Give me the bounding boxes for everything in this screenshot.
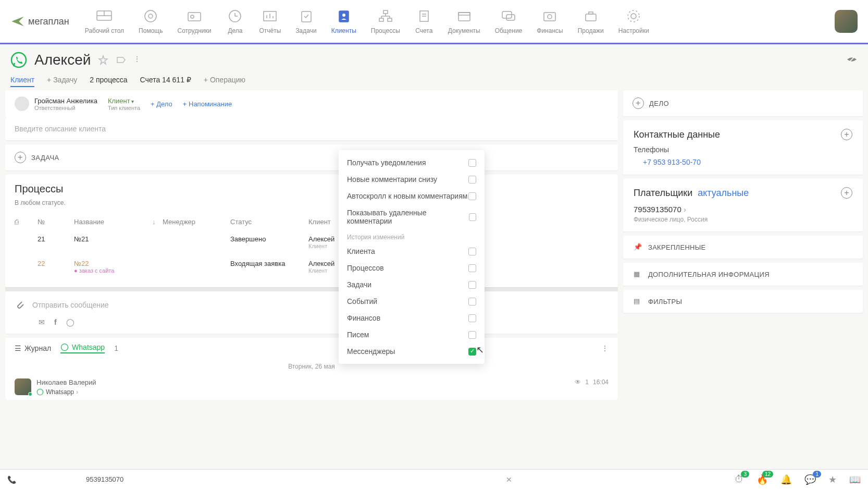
nav-finance[interactable]: Финансы bbox=[537, 8, 563, 34]
top-nav: мегаплан Рабочий стол Помощь Сотрудники … bbox=[0, 0, 868, 44]
cursor-icon: ↖ bbox=[476, 344, 484, 356]
task-section-head: + ЗАДАЧА bbox=[5, 144, 618, 170]
checkbox[interactable] bbox=[468, 281, 476, 289]
svg-rect-17 bbox=[383, 10, 388, 14]
visibility-icon[interactable] bbox=[846, 54, 858, 67]
star-icon[interactable] bbox=[98, 55, 108, 65]
tab-bills[interactable]: Счета 14 611 ₽ bbox=[140, 76, 191, 87]
tab-client[interactable]: Клиент bbox=[10, 76, 34, 87]
processes-title: Процессы bbox=[15, 183, 609, 195]
popup-option[interactable]: Получать уведомления bbox=[339, 154, 485, 171]
checkbox[interactable] bbox=[469, 213, 477, 221]
nav-desktop[interactable]: Рабочий стол bbox=[85, 8, 124, 34]
table-row[interactable]: 22 №22● заказ с сайта Входящая заявка Ал… bbox=[15, 254, 609, 279]
add-payer-icon[interactable]: + bbox=[841, 187, 852, 199]
popup-option[interactable]: Показывать удаленные комментарии bbox=[339, 204, 485, 229]
responsible-person[interactable]: Гройсман АнжеликаОтветственный bbox=[15, 96, 97, 111]
popup-option[interactable]: Финансов bbox=[339, 310, 485, 326]
views-icon: 👁 bbox=[575, 378, 581, 386]
popup-option[interactable]: Автоскролл к новым комментариям bbox=[339, 188, 485, 204]
add-deal-link[interactable]: + Дело bbox=[151, 100, 172, 108]
svg-point-3 bbox=[145, 10, 156, 22]
nav-deals[interactable]: Дела bbox=[226, 8, 244, 34]
popup-option[interactable]: Новые комментарии снизу bbox=[339, 171, 485, 188]
tab-processes[interactable]: 2 процесса bbox=[90, 76, 127, 87]
logo-icon bbox=[10, 14, 25, 29]
add-task-icon[interactable]: + bbox=[15, 152, 26, 163]
nav-reports[interactable]: Отчёты bbox=[259, 8, 281, 34]
svg-rect-19 bbox=[388, 18, 392, 21]
filters-section[interactable]: ▤ ФИЛЬТРЫ bbox=[623, 290, 863, 313]
nav-processes[interactable]: Процессы bbox=[371, 8, 400, 34]
nav-docs[interactable]: Документы bbox=[448, 8, 480, 34]
whatsapp-tab[interactable]: Whatsapp bbox=[60, 343, 105, 353]
popup-option[interactable]: Задачи bbox=[339, 276, 485, 293]
payer-link[interactable]: 79539135070 bbox=[634, 205, 852, 214]
extra-info-section[interactable]: ▦ ДОПОЛНИТЕЛЬНАЯ ИНФОРМАЦИЯ bbox=[623, 263, 863, 286]
journal-tab[interactable]: ☰Журнал bbox=[15, 344, 51, 352]
popup-option[interactable]: Писем bbox=[339, 326, 485, 343]
add-reminder-link[interactable]: + Напоминание bbox=[183, 100, 232, 108]
add-deal-icon[interactable]: + bbox=[633, 97, 644, 109]
nav-items: Рабочий стол Помощь Сотрудники Дела Отчё… bbox=[85, 8, 835, 34]
nav-employees[interactable]: Сотрудники bbox=[177, 8, 211, 34]
message-input[interactable]: Отправить сообщение bbox=[32, 301, 609, 309]
email-icon[interactable]: ✉ bbox=[39, 318, 45, 326]
nav-bills[interactable]: Счета bbox=[415, 8, 433, 34]
journal-menu-icon[interactable]: ⋮ bbox=[601, 344, 609, 352]
pinned-section[interactable]: 📌 ЗАКРЕПЛЕННЫЕ bbox=[623, 236, 863, 259]
tab-add-operation[interactable]: + Операцию bbox=[204, 76, 245, 87]
pin-icon: 📌 bbox=[634, 243, 642, 251]
checkbox[interactable] bbox=[468, 314, 476, 322]
logo[interactable]: мегаплан bbox=[10, 14, 69, 29]
message-author: Николаев Валерий bbox=[36, 378, 569, 386]
whatsapp-small-icon[interactable]: ◯ bbox=[66, 318, 75, 326]
nav-chat[interactable]: Общение bbox=[495, 8, 523, 34]
attach-icon[interactable] bbox=[15, 299, 25, 311]
user-avatar[interactable] bbox=[835, 10, 858, 33]
payers-section: Плательщики актуальные + 79539135070 Физ… bbox=[623, 179, 863, 231]
sort-icon[interactable]: ↓ bbox=[152, 218, 163, 226]
responsible-bar: Гройсман АнжеликаОтветственный Клиент Ти… bbox=[5, 90, 618, 117]
checkbox[interactable] bbox=[468, 248, 476, 255]
nav-help[interactable]: Помощь bbox=[139, 8, 163, 34]
checkbox[interactable] bbox=[468, 176, 476, 184]
nav-tasks[interactable]: Задачи bbox=[295, 8, 316, 34]
popup-option[interactable]: Событий bbox=[339, 293, 485, 310]
processes-status-filter[interactable]: В любом статусе. bbox=[15, 199, 609, 206]
table-row[interactable]: 21 №21 Завершено АлексейКлиент bbox=[15, 230, 609, 254]
checkbox[interactable] bbox=[468, 298, 476, 305]
svg-point-40 bbox=[37, 389, 43, 395]
popup-option-messengers[interactable]: Мессенджеры bbox=[339, 343, 485, 360]
checkbox[interactable] bbox=[468, 159, 476, 167]
whatsapp-icon bbox=[10, 52, 27, 68]
nav-sales[interactable]: Продажи bbox=[578, 8, 604, 34]
checkbox-checked[interactable] bbox=[468, 348, 476, 356]
info-icon: ▦ bbox=[634, 270, 642, 278]
message-item: Николаев Валерий Whatsapp› 👁 1 16:04 bbox=[5, 374, 618, 400]
deal-section[interactable]: + ДЕЛО bbox=[623, 90, 863, 116]
message-via[interactable]: Whatsapp› bbox=[36, 388, 569, 396]
nav-clients[interactable]: Клиенты bbox=[331, 8, 356, 34]
task-label: ЗАДАЧА bbox=[31, 154, 59, 162]
message-card: Отправить сообщение ✉ f ◯ bbox=[5, 291, 618, 334]
checkbox[interactable] bbox=[468, 192, 476, 200]
checkbox[interactable] bbox=[468, 264, 476, 272]
add-contact-icon[interactable]: + bbox=[841, 129, 852, 140]
phone-link[interactable]: +7 953 913-50-70 bbox=[643, 158, 701, 166]
popup-option[interactable]: Клиента bbox=[339, 243, 485, 260]
nav-settings[interactable]: Настройки bbox=[618, 8, 649, 34]
popup-option[interactable]: Процессов bbox=[339, 260, 485, 276]
tab-add-task[interactable]: + Задачу bbox=[47, 76, 77, 87]
col-config-icon[interactable]: ⎙ bbox=[15, 218, 38, 226]
client-type[interactable]: Клиент Тип клиента bbox=[108, 97, 140, 111]
tag-icon[interactable] bbox=[116, 55, 126, 65]
message-avatar[interactable] bbox=[15, 378, 31, 395]
payers-filter[interactable]: актуальные bbox=[698, 188, 749, 199]
client-tabs: Клиент + Задачу 2 процесса Счета 14 611 … bbox=[0, 76, 868, 90]
facebook-icon[interactable]: f bbox=[54, 318, 57, 326]
checkbox[interactable] bbox=[468, 331, 476, 339]
table-header: ⎙ № Название ↓ Менеджер Статус Клиент bbox=[15, 214, 609, 230]
more-menu-icon[interactable]: ⋮ bbox=[133, 55, 144, 65]
description-input[interactable]: Введите описание клиента bbox=[5, 117, 618, 140]
